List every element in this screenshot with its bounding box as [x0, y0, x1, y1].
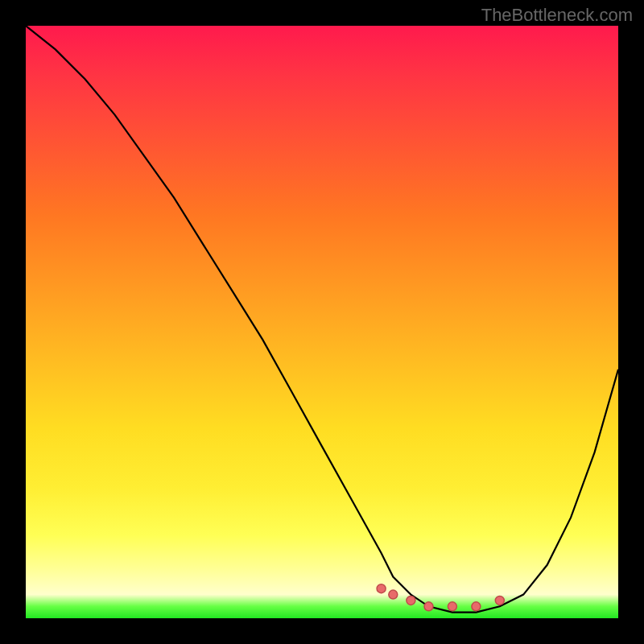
optimal-marker — [389, 590, 398, 599]
optimal-marker — [377, 584, 386, 593]
optimal-range-markers — [377, 584, 504, 611]
optimal-marker — [448, 602, 456, 611]
watermark-text: TheBottleneck.com — [481, 5, 633, 26]
chart-plot-area — [26, 26, 618, 618]
bottleneck-curve-line — [26, 26, 618, 613]
optimal-marker — [472, 602, 481, 611]
optimal-marker — [424, 602, 433, 611]
optimal-marker — [407, 596, 415, 605]
optimal-marker — [495, 596, 504, 605]
chart-svg — [26, 26, 618, 618]
